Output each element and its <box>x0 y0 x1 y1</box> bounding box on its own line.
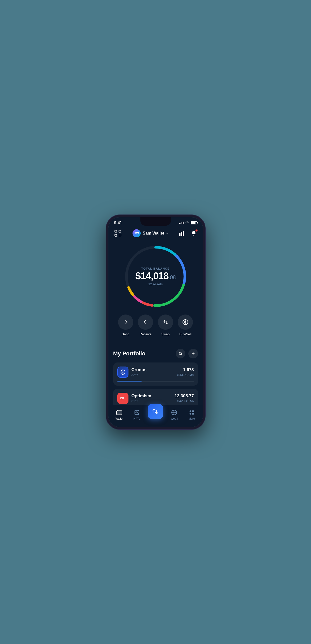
balance-label: TOTAL BALANCE <box>136 267 176 270</box>
svg-rect-4 <box>181 232 182 236</box>
nav-swap-center[interactable] <box>148 404 163 421</box>
status-time: 9:41 <box>114 221 122 225</box>
header-actions <box>178 229 198 237</box>
optimism-name: Optimism <box>132 393 172 399</box>
notch <box>140 217 171 226</box>
phone-frame: 9:41 <box>106 215 205 429</box>
signal-icon <box>179 222 184 224</box>
notification-badge <box>195 229 198 232</box>
svg-point-15 <box>122 372 123 373</box>
cronos-card[interactable]: Cronos 32% 1.673 $43,003.34 <box>113 362 198 386</box>
portfolio-actions <box>176 349 198 358</box>
add-asset-button[interactable] <box>188 349 198 358</box>
svg-rect-2 <box>115 234 117 236</box>
svg-rect-26 <box>192 413 194 414</box>
notifications-button[interactable] <box>190 229 198 237</box>
portfolio-title: My Portfolio <box>113 350 145 357</box>
wallet-name: Sam Wallet <box>143 231 164 236</box>
nav-nfts[interactable]: NFTs <box>130 409 143 420</box>
optimism-values: 12,305.77 $42,149.56 <box>175 393 194 403</box>
nav-wallet-label: Wallet <box>116 417 123 420</box>
nav-wallet[interactable]: Wallet <box>113 409 126 420</box>
svg-rect-23 <box>190 410 191 412</box>
buysell-button[interactable]: Buy/Sell <box>178 315 193 336</box>
optimism-percent: 31% <box>132 399 172 403</box>
balance-ring: TOTAL BALANCE $14,018.08 12 Assets <box>123 243 189 309</box>
send-button[interactable]: Send <box>118 315 133 336</box>
wallet-selector[interactable]: SW Sam Wallet ▾ <box>133 229 168 237</box>
swap-button[interactable]: Swap <box>158 315 173 336</box>
nav-more-label: More <box>189 417 195 420</box>
action-buttons: Send Receive Swap <box>113 309 198 339</box>
scan-button[interactable] <box>113 229 122 238</box>
cronos-icon <box>117 367 128 378</box>
balance-whole: $14,018.08 <box>136 271 176 280</box>
svg-rect-19 <box>135 410 139 415</box>
portfolio-header: My Portfolio <box>113 349 198 358</box>
nav-web3[interactable]: Web3 <box>168 409 181 420</box>
balance-display: TOTAL BALANCE $14,018.08 12 Assets <box>136 267 176 286</box>
cronos-usd: $43,003.34 <box>177 373 194 377</box>
cronos-percent: 32% <box>132 373 174 377</box>
svg-text:OP: OP <box>120 397 124 400</box>
bottom-nav: Wallet NFTs <box>108 405 203 427</box>
balance-section: TOTAL BALANCE $14,018.08 12 Assets Send <box>108 241 203 344</box>
optimism-icon: OP <box>117 393 128 404</box>
status-icons <box>179 221 197 225</box>
battery-icon <box>191 221 197 224</box>
search-button[interactable] <box>176 349 185 358</box>
cronos-progress-fill <box>117 381 142 382</box>
cronos-name: Cronos <box>132 367 174 372</box>
svg-rect-5 <box>183 231 184 236</box>
svg-rect-17 <box>117 411 122 415</box>
avatar: SW <box>133 229 141 237</box>
svg-rect-24 <box>192 410 194 412</box>
optimism-info: Optimism 31% <box>132 393 172 403</box>
cronos-info: Cronos 32% <box>132 367 174 377</box>
screen: 9:41 <box>108 217 203 427</box>
optimism-amount: 12,305.77 <box>175 393 194 399</box>
assets-count: 12 Assets <box>136 282 176 286</box>
nav-more[interactable]: More <box>185 409 198 420</box>
optimism-usd: $42,149.56 <box>175 399 194 403</box>
cronos-progress-bar <box>117 381 194 382</box>
nav-nfts-label: NFTs <box>134 417 140 420</box>
receive-button[interactable]: Receive <box>138 315 153 336</box>
cronos-values: 1.673 $43,003.34 <box>177 367 194 377</box>
app-header: SW Sam Wallet ▾ <box>108 227 203 241</box>
chevron-down-icon: ▾ <box>166 232 168 235</box>
center-swap-button[interactable] <box>148 404 163 419</box>
nav-web3-label: Web3 <box>171 417 178 420</box>
svg-rect-25 <box>190 413 191 414</box>
svg-rect-3 <box>179 233 181 236</box>
svg-rect-18 <box>117 410 118 411</box>
svg-rect-1 <box>119 230 121 232</box>
analytics-button[interactable] <box>178 229 186 237</box>
svg-rect-0 <box>115 230 117 232</box>
cronos-amount: 1.673 <box>177 367 194 372</box>
wifi-icon <box>185 221 189 225</box>
